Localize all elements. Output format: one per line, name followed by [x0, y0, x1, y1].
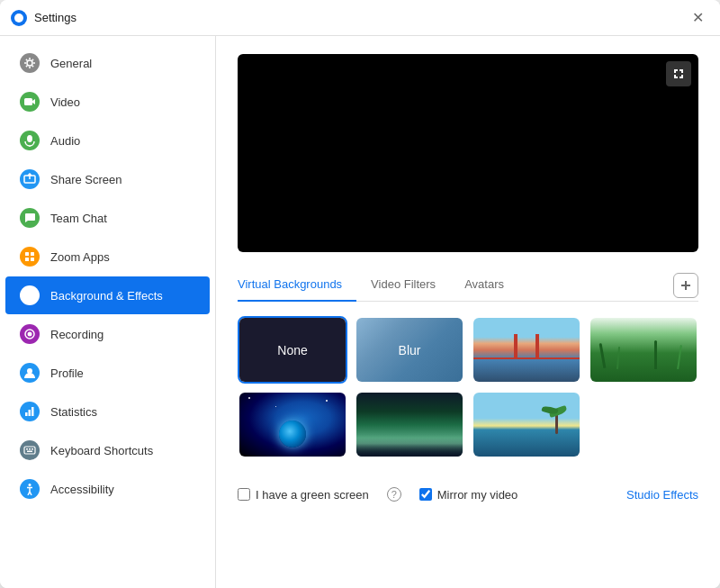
svg-rect-17: [29, 448, 31, 450]
background-effects-label: Background & Effects: [50, 289, 163, 303]
sidebar-item-audio[interactable]: Audio: [5, 122, 210, 159]
team-chat-label: Team Chat: [50, 212, 107, 225]
accessibility-icon: [20, 479, 40, 499]
share-screen-icon: [20, 169, 40, 189]
titlebar: Settings ✕: [0, 0, 720, 36]
titlebar-left: Settings: [11, 10, 76, 26]
bg-none-label: None: [277, 343, 307, 357]
tab-video-filters[interactable]: Video Filters: [356, 270, 450, 302]
audio-icon: [20, 131, 40, 150]
svg-point-0: [27, 60, 32, 66]
statistics-label: Statistics: [50, 405, 97, 419]
sidebar-item-profile[interactable]: Profile: [5, 354, 210, 392]
recording-icon: [20, 324, 40, 344]
share-screen-label: Share Screen: [50, 173, 122, 186]
svg-rect-16: [26, 448, 28, 450]
tabs-row: Virtual Backgrounds Video Filters Avatar…: [238, 270, 698, 302]
green-screen-text: I have a green screen: [256, 488, 369, 502]
settings-window: Settings ✕ General: [0, 0, 720, 588]
bg-blur-label: Blur: [399, 343, 421, 357]
zoom-apps-icon: [20, 247, 40, 267]
svg-rect-14: [32, 407, 34, 416]
audio-label: Audio: [50, 134, 80, 148]
video-label: Video: [50, 95, 80, 109]
sidebar-item-background-effects[interactable]: Background & Effects: [5, 276, 210, 314]
green-screen-help-icon[interactable]: ?: [387, 487, 401, 502]
svg-point-10: [28, 332, 32, 337]
statistics-icon: [20, 402, 40, 421]
mirror-video-text: Mirror my video: [437, 488, 518, 502]
preview-expand-icon[interactable]: [666, 61, 691, 86]
svg-rect-5: [25, 252, 29, 256]
svg-rect-12: [25, 412, 28, 416]
zoom-apps-label: Zoom Apps: [50, 250, 110, 264]
svg-rect-13: [29, 410, 32, 416]
bg-none[interactable]: None: [238, 316, 347, 384]
accessibility-label: Accessibility: [50, 483, 114, 496]
profile-label: Profile: [50, 366, 84, 380]
sidebar-item-keyboard-shortcuts[interactable]: Keyboard Shortcuts: [5, 431, 210, 469]
app-icon: [11, 10, 27, 26]
green-screen-label[interactable]: I have a green screen: [238, 488, 369, 502]
sidebar-item-accessibility[interactable]: Accessibility: [5, 470, 210, 508]
mirror-video-checkbox[interactable]: [419, 488, 432, 501]
svg-point-2: [27, 135, 32, 142]
main-content: Virtual Backgrounds Video Filters Avatar…: [216, 36, 720, 588]
studio-effects-link[interactable]: Studio Effects: [626, 488, 698, 502]
bg-beach[interactable]: [472, 391, 581, 458]
green-screen-checkbox[interactable]: [238, 488, 250, 501]
mirror-video-label[interactable]: Mirror my video: [419, 488, 518, 502]
bg-space[interactable]: [238, 391, 347, 458]
bg-aurora[interactable]: [355, 391, 464, 458]
general-label: General: [50, 57, 92, 70]
sidebar-item-video[interactable]: Video: [5, 83, 210, 121]
svg-rect-6: [31, 252, 34, 256]
keyboard-shortcuts-icon: [20, 440, 40, 460]
svg-rect-1: [24, 98, 32, 105]
sidebar-item-zoom-apps[interactable]: Zoom Apps: [5, 238, 210, 276]
recording-label: Recording: [50, 328, 104, 341]
video-icon: [20, 92, 40, 112]
keyboard-shortcuts-label: Keyboard Shortcuts: [50, 444, 153, 457]
background-grid: None Blur: [238, 316, 698, 458]
profile-icon: [20, 363, 40, 383]
close-button[interactable]: ✕: [687, 7, 709, 28]
window-title: Settings: [34, 11, 76, 24]
sidebar: General Video: [0, 36, 216, 588]
add-background-button[interactable]: [673, 273, 698, 298]
video-preview: [238, 54, 698, 252]
svg-rect-15: [24, 447, 35, 454]
svg-point-20: [29, 484, 32, 486]
tab-avatars[interactable]: Avatars: [450, 270, 518, 302]
svg-rect-19: [27, 451, 32, 453]
bg-bridge[interactable]: [472, 316, 581, 384]
svg-rect-7: [25, 258, 29, 261]
bg-blur[interactable]: Blur: [355, 316, 464, 384]
team-chat-icon: [20, 208, 40, 228]
tab-virtual-backgrounds[interactable]: Virtual Backgrounds: [238, 270, 356, 302]
svg-rect-18: [32, 448, 33, 450]
sidebar-item-team-chat[interactable]: Team Chat: [5, 199, 210, 237]
svg-rect-8: [31, 258, 34, 261]
bg-nature[interactable]: [589, 316, 698, 384]
sidebar-item-general[interactable]: General: [5, 44, 210, 82]
general-icon: [20, 53, 40, 73]
content-area: General Video: [0, 36, 720, 588]
sidebar-item-statistics[interactable]: Statistics: [5, 393, 210, 430]
sidebar-item-share-screen[interactable]: Share Screen: [5, 160, 210, 198]
footer-row: I have a green screen ? Mirror my video …: [238, 480, 698, 502]
background-effects-icon: [20, 285, 40, 305]
sidebar-item-recording[interactable]: Recording: [5, 315, 210, 353]
